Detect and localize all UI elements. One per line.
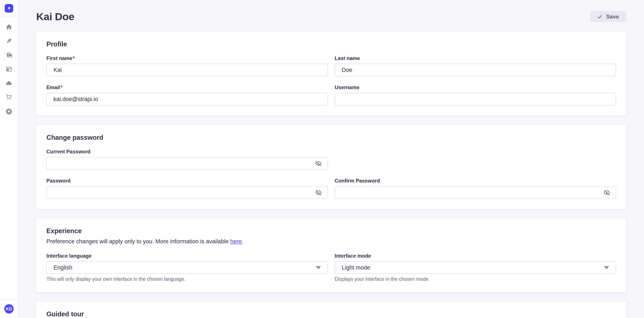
toggle-current-password-visibility-button[interactable]	[314, 159, 323, 168]
content-area: Profile First name* Last name Email*	[19, 31, 644, 318]
save-button-label: Save	[606, 13, 619, 20]
experience-description-text: Preference changes will apply only to yo…	[46, 238, 230, 245]
confirm-password-field-group: Confirm Password	[335, 178, 616, 199]
empty-grid-cell	[335, 149, 616, 170]
email-label-text: Email	[46, 84, 60, 90]
main-content: Kai Doe Save Profile First name*	[19, 0, 644, 318]
required-asterisk: *	[72, 55, 74, 61]
first-name-field-group: First name*	[46, 55, 328, 76]
guided-tour-card: Guided tour You can reset the guided tou…	[36, 302, 626, 318]
sidebar-item-content-manager[interactable]	[4, 65, 14, 74]
layout-icon	[6, 66, 12, 73]
change-password-heading: Change password	[46, 134, 616, 142]
sidebar-item-content-type-builder[interactable]	[4, 37, 14, 46]
toggle-password-visibility-button[interactable]	[314, 188, 323, 197]
cloud-icon	[6, 80, 12, 87]
username-label: Username	[335, 84, 616, 90]
gear-icon	[6, 108, 12, 115]
cart-icon	[6, 94, 12, 101]
toggle-confirm-password-visibility-button[interactable]	[602, 188, 612, 197]
interface-language-field-group: Interface language English This will onl…	[46, 253, 328, 282]
profile-heading: Profile	[46, 40, 616, 48]
interface-mode-value: Light mode	[342, 264, 370, 271]
password-field-group: Password	[46, 178, 328, 199]
sidebar-item-media-library[interactable]	[4, 51, 14, 60]
feather-icon	[6, 38, 12, 45]
interface-mode-label: Interface mode	[335, 253, 616, 259]
interface-mode-hint: Displays your interface in the chosen mo…	[335, 276, 616, 282]
sidebar: KD	[0, 0, 18, 318]
email-input[interactable]	[46, 93, 328, 106]
sidebar-item-home[interactable]	[4, 22, 14, 32]
page-title: Kai Doe	[36, 11, 74, 22]
eye-off-icon	[604, 189, 610, 196]
strapi-logo[interactable]	[5, 4, 13, 12]
username-input[interactable]	[335, 93, 616, 106]
first-name-label-text: First name	[46, 55, 72, 61]
sidebar-footer: KD	[0, 299, 18, 318]
interface-mode-select[interactable]: Light mode	[335, 261, 616, 274]
current-password-label: Current Password	[46, 149, 328, 155]
experience-description: Preference changes will apply only to yo…	[46, 238, 616, 245]
experience-heading: Experience	[46, 227, 616, 235]
required-asterisk: *	[60, 84, 62, 90]
page-header: Kai Doe Save	[19, 0, 644, 31]
sidebar-nav	[4, 17, 14, 121]
experience-card: Experience Preference changes will apply…	[36, 218, 626, 292]
interface-language-select[interactable]: English	[46, 261, 328, 274]
eye-off-icon	[315, 189, 322, 196]
sidebar-item-settings[interactable]	[4, 107, 14, 116]
user-avatar[interactable]: KD	[4, 304, 14, 314]
more-information-link[interactable]: here	[230, 238, 242, 245]
interface-language-label: Interface language	[46, 253, 328, 259]
first-name-label: First name*	[46, 55, 328, 61]
password-input[interactable]	[46, 186, 328, 199]
first-name-input[interactable]	[46, 64, 328, 76]
last-name-field-group: Last name	[335, 55, 616, 76]
images-icon	[6, 52, 12, 59]
change-password-card: Change password Current Password	[36, 125, 626, 209]
email-field-group: Email*	[46, 84, 328, 106]
interface-mode-field-group: Interface mode Light mode Displays your …	[335, 253, 616, 282]
logo-container	[0, 0, 18, 17]
confirm-password-label: Confirm Password	[335, 178, 616, 184]
sidebar-item-marketplace[interactable]	[4, 93, 14, 102]
chevron-down-icon	[604, 266, 609, 269]
password-label: Password	[46, 178, 328, 184]
interface-language-hint: This will only display your own interfac…	[46, 276, 328, 282]
sidebar-item-cloud[interactable]	[4, 79, 14, 88]
eye-off-icon	[315, 160, 322, 167]
save-button[interactable]: Save	[590, 11, 626, 22]
interface-language-value: English	[54, 264, 72, 271]
guided-tour-heading: Guided tour	[46, 310, 616, 318]
email-label: Email*	[46, 84, 328, 90]
experience-description-period: .	[242, 238, 244, 245]
last-name-input[interactable]	[335, 64, 616, 76]
current-password-input[interactable]	[46, 157, 328, 170]
confirm-password-input[interactable]	[335, 186, 616, 199]
home-icon	[6, 24, 12, 31]
last-name-label: Last name	[335, 55, 616, 61]
profile-card: Profile First name* Last name Email*	[36, 31, 626, 116]
current-password-field-group: Current Password	[46, 149, 328, 170]
chevron-down-icon	[316, 266, 321, 269]
username-field-group: Username	[335, 84, 616, 106]
check-icon	[597, 14, 602, 19]
